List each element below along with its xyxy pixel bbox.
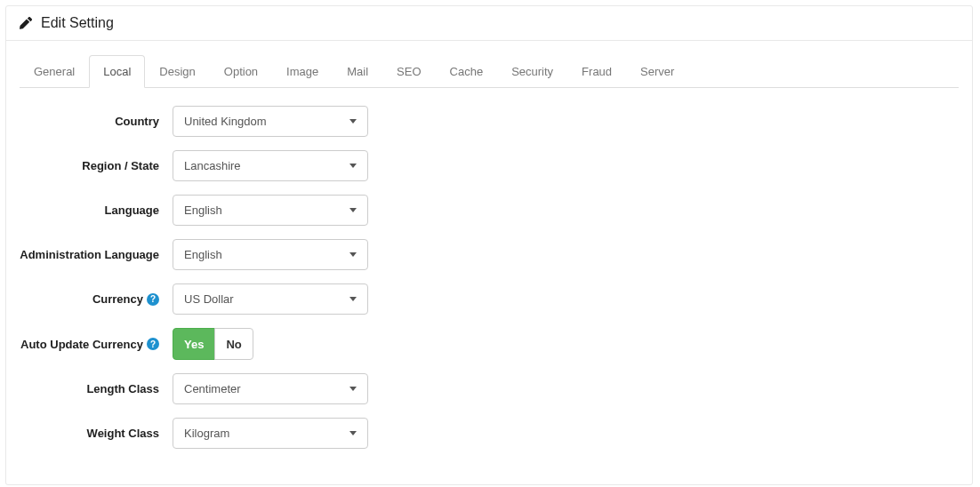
row-length-class: Length Class Centimeter bbox=[20, 373, 959, 404]
tab-fraud[interactable]: Fraud bbox=[567, 55, 626, 88]
select-weight-class[interactable]: Kilogram bbox=[173, 418, 368, 449]
row-auto-update-currency: Auto Update Currency ? Yes No bbox=[20, 328, 959, 360]
tab-security[interactable]: Security bbox=[497, 55, 567, 88]
settings-panel: Edit Setting General Local Design Option… bbox=[5, 5, 973, 485]
tab-seo[interactable]: SEO bbox=[382, 55, 435, 88]
tab-mail[interactable]: Mail bbox=[333, 55, 382, 88]
label-language: Language bbox=[20, 204, 173, 217]
select-language[interactable]: English bbox=[173, 195, 368, 226]
tab-local[interactable]: Local bbox=[89, 55, 145, 88]
caret-down-icon bbox=[349, 208, 357, 212]
caret-down-icon bbox=[349, 164, 357, 168]
row-country: Country United Kingdom bbox=[20, 106, 959, 137]
caret-down-icon bbox=[349, 252, 357, 257]
row-admin-language: Administration Language English bbox=[20, 239, 959, 270]
panel-body: General Local Design Option Image Mail S… bbox=[6, 41, 972, 484]
label-weight-class: Weight Class bbox=[20, 427, 173, 440]
pencil-icon bbox=[20, 17, 32, 29]
tab-server[interactable]: Server bbox=[626, 55, 688, 88]
row-weight-class: Weight Class Kilogram bbox=[20, 418, 959, 449]
select-region[interactable]: Lancashire bbox=[173, 150, 368, 181]
label-admin-language: Administration Language bbox=[20, 248, 173, 261]
row-language: Language English bbox=[20, 195, 959, 226]
select-currency-value: US Dollar bbox=[184, 292, 234, 306]
select-region-value: Lancashire bbox=[184, 159, 241, 172]
select-length-class-value: Centimeter bbox=[184, 382, 241, 395]
select-country-value: United Kingdom bbox=[184, 115, 267, 128]
caret-down-icon bbox=[349, 297, 357, 301]
caret-down-icon bbox=[349, 387, 357, 391]
select-language-value: English bbox=[184, 204, 222, 217]
page-title: Edit Setting bbox=[41, 15, 114, 31]
tab-cache[interactable]: Cache bbox=[436, 55, 498, 88]
label-auto-update-currency: Auto Update Currency ? bbox=[20, 338, 173, 351]
tab-general[interactable]: General bbox=[20, 55, 89, 88]
tabs: General Local Design Option Image Mail S… bbox=[20, 54, 959, 88]
label-country: Country bbox=[20, 115, 173, 128]
row-currency: Currency ? US Dollar bbox=[20, 283, 959, 315]
label-region: Region / State bbox=[20, 159, 173, 172]
label-length-class: Length Class bbox=[20, 382, 173, 395]
tab-option[interactable]: Option bbox=[210, 55, 272, 88]
select-weight-class-value: Kilogram bbox=[184, 427, 229, 440]
row-region: Region / State Lancashire bbox=[20, 150, 959, 181]
help-icon[interactable]: ? bbox=[147, 338, 159, 350]
panel-header: Edit Setting bbox=[6, 6, 972, 41]
select-length-class[interactable]: Centimeter bbox=[173, 373, 368, 404]
select-admin-language[interactable]: English bbox=[173, 239, 368, 270]
select-currency[interactable]: US Dollar bbox=[173, 283, 368, 315]
help-icon[interactable]: ? bbox=[147, 293, 159, 306]
tab-image[interactable]: Image bbox=[272, 55, 333, 88]
tab-design[interactable]: Design bbox=[145, 55, 209, 88]
label-currency: Currency ? bbox=[20, 292, 173, 306]
toggle-yes[interactable]: Yes bbox=[173, 328, 215, 360]
toggle-auto-update-currency: Yes No bbox=[173, 328, 253, 360]
toggle-no[interactable]: No bbox=[214, 328, 253, 360]
caret-down-icon bbox=[349, 431, 357, 435]
select-admin-language-value: English bbox=[184, 248, 222, 261]
select-country[interactable]: United Kingdom bbox=[173, 106, 368, 137]
caret-down-icon bbox=[349, 119, 357, 124]
